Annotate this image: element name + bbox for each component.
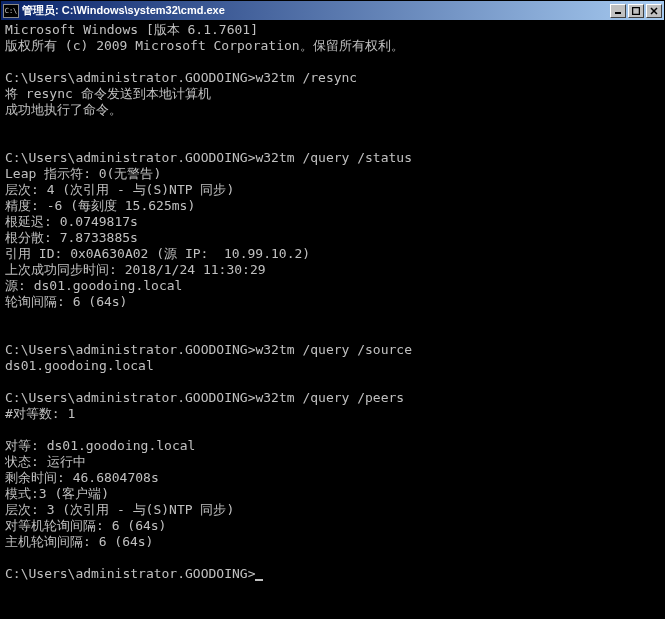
- window-title: 管理员: C:\Windows\system32\cmd.exe: [22, 3, 608, 18]
- terminal-line: 层次: 4 (次引用 - 与(S)NTP 同步): [5, 182, 660, 198]
- terminal-line: [5, 550, 660, 566]
- terminal-line: C:\Users\administrator.GOODOING>w32tm /q…: [5, 150, 660, 166]
- terminal-line: 引用 ID: 0x0A630A02 (源 IP: 10.99.10.2): [5, 246, 660, 262]
- terminal-line: 精度: -6 (每刻度 15.625ms): [5, 198, 660, 214]
- terminal-line: 模式:3 (客户端): [5, 486, 660, 502]
- titlebar[interactable]: C:\ 管理员: C:\Windows\system32\cmd.exe: [1, 1, 664, 20]
- cursor: [255, 579, 263, 581]
- terminal-line: #对等数: 1: [5, 406, 660, 422]
- minimize-button[interactable]: [610, 4, 626, 18]
- terminal-line: 根延迟: 0.0749817s: [5, 214, 660, 230]
- terminal-line: Microsoft Windows [版本 6.1.7601]: [5, 22, 660, 38]
- close-button[interactable]: [646, 4, 662, 18]
- cmd-window: C:\ 管理员: C:\Windows\system32\cmd.exe Mic…: [0, 0, 665, 619]
- terminal-line: C:\Users\administrator.GOODOING>w32tm /q…: [5, 342, 660, 358]
- terminal-line: 根分散: 7.8733885s: [5, 230, 660, 246]
- terminal-line: 层次: 3 (次引用 - 与(S)NTP 同步): [5, 502, 660, 518]
- terminal-line: 状态: 运行中: [5, 454, 660, 470]
- terminal-line: C:\Users\administrator.GOODOING>w32tm /q…: [5, 390, 660, 406]
- terminal-line: 主机轮询间隔: 6 (64s): [5, 534, 660, 550]
- terminal-line: C:\Users\administrator.GOODOING>w32tm /r…: [5, 70, 660, 86]
- terminal-line: [5, 326, 660, 342]
- terminal-line: 对等: ds01.goodoing.local: [5, 438, 660, 454]
- svg-rect-1: [633, 7, 640, 14]
- terminal-line: ds01.goodoing.local: [5, 358, 660, 374]
- terminal-line: [5, 134, 660, 150]
- window-controls: [608, 4, 662, 18]
- terminal-line: [5, 374, 660, 390]
- terminal-line: 源: ds01.goodoing.local: [5, 278, 660, 294]
- terminal-line: 版权所有 (c) 2009 Microsoft Corporation。保留所有…: [5, 38, 660, 54]
- terminal-line: C:\Users\administrator.GOODOING>: [5, 566, 660, 582]
- terminal-line: 将 resync 命令发送到本地计算机: [5, 86, 660, 102]
- terminal-line: 剩余时间: 46.6804708s: [5, 470, 660, 486]
- terminal-line: Leap 指示符: 0(无警告): [5, 166, 660, 182]
- terminal-line: 对等机轮询间隔: 6 (64s): [5, 518, 660, 534]
- maximize-button[interactable]: [628, 4, 644, 18]
- terminal-line: [5, 54, 660, 70]
- terminal-line: [5, 310, 660, 326]
- terminal-line: 轮询间隔: 6 (64s): [5, 294, 660, 310]
- terminal-line: [5, 422, 660, 438]
- terminal-line: 上次成功同步时间: 2018/1/24 11:30:29: [5, 262, 660, 278]
- terminal-output[interactable]: Microsoft Windows [版本 6.1.7601]版权所有 (c) …: [1, 20, 664, 618]
- terminal-line: [5, 118, 660, 134]
- cmd-icon: C:\: [3, 4, 19, 18]
- terminal-line: 成功地执行了命令。: [5, 102, 660, 118]
